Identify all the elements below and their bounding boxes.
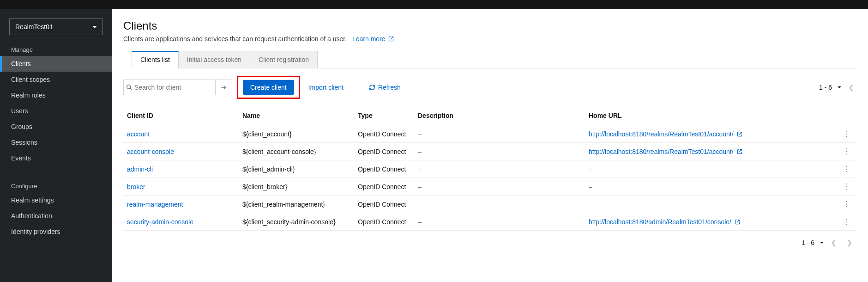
home-url-link[interactable]: http://localhost:8180/realms/RealmTest01… [589,130,734,138]
home-url-link[interactable]: http://localhost:8180/admin/RealmTest01/… [589,218,731,226]
search-submit-button[interactable] [216,80,231,95]
external-link-icon [735,219,740,225]
sidebar: RealmTest01 ManageClientsClient scopesRe… [0,9,112,282]
sidebar-item-authentication[interactable]: Authentication [0,208,112,224]
client-type: OpenID Connect [354,196,414,213]
nav-group-title: Configure [0,178,112,192]
search-field[interactable] [123,80,216,95]
client-type: OpenID Connect [354,143,414,160]
import-client-label: Import client [308,84,344,91]
nav-group-title: Manage [0,42,112,56]
sidebar-item-clients[interactable]: Clients [0,56,112,72]
sidebar-item-groups[interactable]: Groups [0,119,112,135]
page-description: Clients are applications and services th… [123,35,347,43]
client-name: ${client_broker} [239,178,354,196]
client-name: ${client_account-console} [239,143,354,160]
search-input[interactable] [134,80,215,95]
table-row: broker${client_broker}OpenID Connect––⋮ [123,178,857,196]
client-name: ${client_admin-cli} [239,160,354,178]
column-header: Description [414,106,585,125]
sidebar-item-realm-roles[interactable]: Realm roles [0,87,112,103]
pager-next: ❯ [844,239,855,246]
kebab-menu-icon[interactable]: ⋮ [840,200,853,208]
pager-prev: ❮ [846,84,857,91]
search-icon [124,84,134,91]
kebab-menu-icon[interactable]: ⋮ [840,183,853,190]
client-id-link[interactable]: account-console [127,148,174,155]
client-description: – [414,213,585,231]
external-link-icon [737,149,742,154]
tab-initial-access-token[interactable]: Initial access token [179,51,250,68]
page-title: Clients [123,19,857,32]
svg-point-0 [127,85,130,89]
svg-line-1 [130,88,132,90]
client-name: ${client_account} [239,125,354,143]
client-type: OpenID Connect [354,178,414,196]
external-link-icon [737,131,742,137]
kebab-menu-icon[interactable]: ⋮ [840,130,853,138]
pager-range: 1 - 6 [802,239,814,246]
kebab-menu-icon[interactable]: ⋮ [840,147,853,155]
client-id-link[interactable]: realm-management [127,201,183,208]
kebab-menu-icon[interactable]: ⋮ [840,165,853,173]
sidebar-item-events[interactable]: Events [0,150,112,166]
tabs: Clients listInitial access tokenClient r… [132,51,857,68]
caret-down-icon[interactable] [820,242,824,244]
sidebar-item-sessions[interactable]: Sessions [0,135,112,150]
arrow-right-icon [220,84,227,91]
pager-range: 1 - 6 [819,84,832,91]
client-home-url: – [585,178,837,196]
sidebar-item-client-scopes[interactable]: Client scopes [0,72,112,87]
toolbar-divider [352,81,352,94]
toolbar: Create client Import client Refresh 1 - … [123,68,857,106]
pager-top: 1 - 6 ❮ [819,84,857,91]
sidebar-item-identity-providers[interactable]: Identity providers [0,224,112,239]
sidebar-item-users[interactable]: Users [0,103,112,119]
table-row: account${client_account}OpenID Connect–h… [123,125,857,143]
create-client-button[interactable]: Create client [243,80,294,95]
client-home-url: http://localhost:8180/realms/RealmTest01… [585,143,837,160]
refresh-icon [369,84,375,91]
refresh-label: Refresh [378,84,401,91]
create-client-highlight: Create client [237,76,300,99]
client-id-link[interactable]: account [127,130,150,138]
table-row: security-admin-console${client_security-… [123,213,857,231]
table-row: realm-management${client_realm-managemen… [123,196,857,213]
refresh-button[interactable]: Refresh [369,84,401,91]
table-row: account-console${client_account-console}… [123,143,857,160]
caret-down-icon[interactable] [838,86,841,88]
column-header: Type [354,106,414,125]
client-description: – [414,178,585,196]
caret-down-icon [92,26,97,28]
realm-selector[interactable]: RealmTest01 [9,18,103,35]
kebab-menu-icon[interactable]: ⋮ [840,218,853,226]
tab-client-registration[interactable]: Client registration [250,51,318,68]
home-url-link[interactable]: http://localhost:8180/realms/RealmTest01… [589,148,734,155]
client-type: OpenID Connect [354,213,414,231]
import-client-button[interactable]: Import client [308,84,344,91]
tab-clients-list[interactable]: Clients list [132,51,179,68]
client-home-url: http://localhost:8180/admin/RealmTest01/… [585,213,837,231]
main-content: Clients Clients are applications and ser… [112,9,868,282]
pager-bottom: 1 - 6 ❮ ❯ [802,239,855,246]
client-home-url: – [585,196,837,213]
client-id-link[interactable]: admin-cli [127,166,153,173]
learn-more-link[interactable]: Learn more [352,35,394,43]
client-description: – [414,196,585,213]
column-header: Name [239,106,354,125]
client-id-link[interactable]: security-admin-console [127,218,193,226]
client-type: OpenID Connect [354,160,414,178]
client-name: ${client_security-admin-console} [239,213,354,231]
external-link-icon [388,36,394,42]
pager-prev: ❮ [828,239,839,246]
client-name: ${client_realm-management} [239,196,354,213]
client-description: – [414,143,585,160]
sidebar-item-realm-settings[interactable]: Realm settings [0,192,112,208]
topbar [0,0,868,9]
client-description: – [414,125,585,143]
column-header: Home URL [585,106,837,125]
client-home-url: – [585,160,837,178]
realm-selector-label: RealmTest01 [15,23,53,31]
clients-table: Client IDNameTypeDescriptionHome URL acc… [123,106,857,231]
client-id-link[interactable]: broker [127,183,145,190]
